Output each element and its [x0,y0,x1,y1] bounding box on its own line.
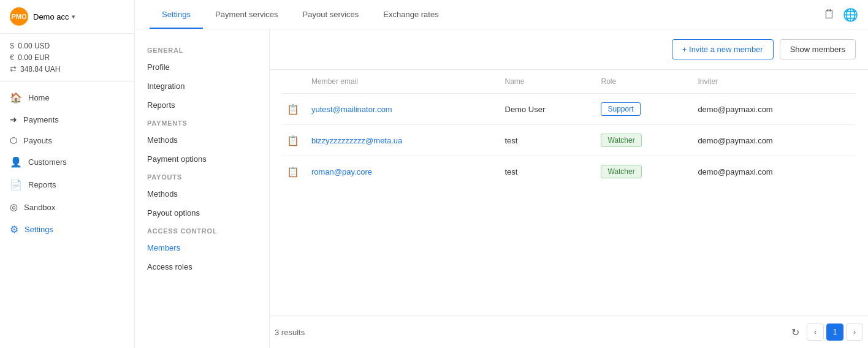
sidebar-item-settings[interactable]: ⚙ Settings [0,218,134,241]
menu-item-profile[interactable]: Profile [135,58,269,77]
refresh-button[interactable]: ↻ [791,327,799,338]
sidebar-item-reports[interactable]: 📄 Reports [0,173,134,196]
menu-item-payment-options[interactable]: Payment options [135,149,269,168]
payouts-icon: ⬡ [10,135,17,145]
menu-item-reports[interactable]: Reports [135,96,269,115]
row-name: test [500,156,596,187]
row-inviter: demo@paymaxi.com [693,94,856,125]
row-role: Watcher [596,156,693,187]
row-email: yutest@mailinator.com [306,94,500,125]
menu-item-members[interactable]: Members [135,238,269,257]
home-icon: 🏠 [10,92,22,104]
prev-page-button[interactable]: ‹ [807,323,824,341]
show-members-button[interactable]: Show members [780,39,856,59]
table-row[interactable]: 📋 bizzyzzzzzzzzz@meta.ua test Watcher de… [282,125,856,156]
document-row-icon: 📋 [287,135,299,146]
dollar-icon: $ [10,41,14,50]
sidebar-item-sandbox[interactable]: ◎ Sandbox [0,196,134,218]
col-name: Name [500,70,596,94]
section-access-control: ACCESS CONTROL [135,222,269,238]
menu-item-access-roles[interactable]: Access roles [135,257,269,276]
document-row-icon: 📋 [287,104,299,115]
content-area: GENERAL Profile Integration Reports PAYM… [135,29,868,348]
menu-item-payout-methods[interactable]: Methods [135,184,269,203]
sidebar-item-payouts[interactable]: ⬡ Payouts [0,130,134,151]
menu-item-integration[interactable]: Integration [135,77,269,96]
role-badge: Watcher [601,134,641,147]
tab-settings[interactable]: Settings [150,0,203,29]
table-row[interactable]: 📋 roman@pay.core test Watcher demo@payma… [282,156,856,187]
sidebar-item-home[interactable]: 🏠 Home [0,86,134,109]
invite-member-button[interactable]: + Invite a new member [672,39,774,59]
row-role: Support [596,94,693,125]
account-switcher[interactable]: Demo acc ▾ [33,12,75,21]
row-email: roman@pay.core [306,156,500,187]
members-table-container: Member email Name Role Inviter 📋 yutest@… [270,70,868,316]
main-nav: 🏠 Home ➜ Payments ⬡ Payouts 👤 Customers … [0,81,134,348]
row-inviter: demo@paymaxi.com [693,156,856,187]
document-icon[interactable]: 🗒 [823,7,836,21]
sidebar-logo: PMO [10,7,28,26]
balance-eur: € 0.00 EUR [10,51,124,63]
euro-icon: € [10,53,14,62]
sidebar-item-customers[interactable]: 👤 Customers [0,151,134,173]
section-payments: PAYMENTS [135,115,269,130]
section-general: GENERAL [135,42,269,58]
table-footer: 3 results ↻ ‹ 1 › [270,316,868,348]
row-role: Watcher [596,125,693,156]
panel-toolbar: + Invite a new member Show members [270,29,868,70]
role-badge: Support [601,102,640,116]
tab-exchange-rates[interactable]: Exchange rates [371,0,451,29]
sidebar: PMO Demo acc ▾ $ 0.00 USD € 0.00 EUR ⇄ 3… [0,0,135,348]
sidebar-header: PMO Demo acc ▾ [0,0,134,34]
payments-icon: ➜ [10,115,17,124]
balance-list: $ 0.00 USD € 0.00 EUR ⇄ 348.84 UAH [0,34,134,81]
pagination: ↻ ‹ 1 › [791,323,863,341]
role-badge: Watcher [601,165,641,178]
main-content: Settings Payment services Payout service… [135,0,868,348]
menu-item-payout-options[interactable]: Payout options [135,203,269,222]
row-name: Demo User [500,94,596,125]
tab-payment-services[interactable]: Payment services [203,0,291,29]
tabs-bar: Settings Payment services Payout service… [135,0,868,29]
settings-icon: ⚙ [10,224,18,235]
customers-icon: 👤 [10,156,22,168]
menu-item-pay-methods[interactable]: Methods [135,130,269,149]
reports-icon: 📄 [10,179,22,191]
members-panel: + Invite a new member Show members Membe… [270,29,868,348]
table-row[interactable]: 📋 yutest@mailinator.com Demo User Suppor… [282,94,856,125]
balance-uah: ⇄ 348.84 UAH [10,63,124,75]
col-inviter: Inviter [693,70,856,94]
tab-payout-services[interactable]: Payout services [291,0,371,29]
col-email: Member email [306,70,500,94]
row-icon: 📋 [282,94,306,125]
document-row-icon: 📋 [287,167,299,177]
balance-usd: $ 0.00 USD [10,40,124,51]
row-inviter: demo@paymaxi.com [693,125,856,156]
sidebar-item-payments[interactable]: ➜ Payments [0,109,134,130]
col-role: Role [596,70,693,94]
sandbox-icon: ◎ [10,202,18,213]
next-page-button[interactable]: › [846,323,863,341]
page-1-button[interactable]: 1 [826,323,843,341]
members-table: Member email Name Role Inviter 📋 yutest@… [282,70,856,187]
globe-icon[interactable]: 🌐 [843,7,858,22]
results-count: 3 results [275,328,305,337]
chevron-down-icon: ▾ [72,13,75,21]
section-payouts: PAYOUTS [135,168,269,184]
row-icon: 📋 [282,125,306,156]
settings-menu: GENERAL Profile Integration Reports PAYM… [135,29,270,348]
row-name: test [500,125,596,156]
col-icon [282,70,306,94]
top-icons: 🗒 🌐 [823,7,858,22]
row-icon: 📋 [282,156,306,187]
row-email: bizzyzzzzzzzzz@meta.ua [306,125,500,156]
exchange-icon: ⇄ [10,64,17,74]
